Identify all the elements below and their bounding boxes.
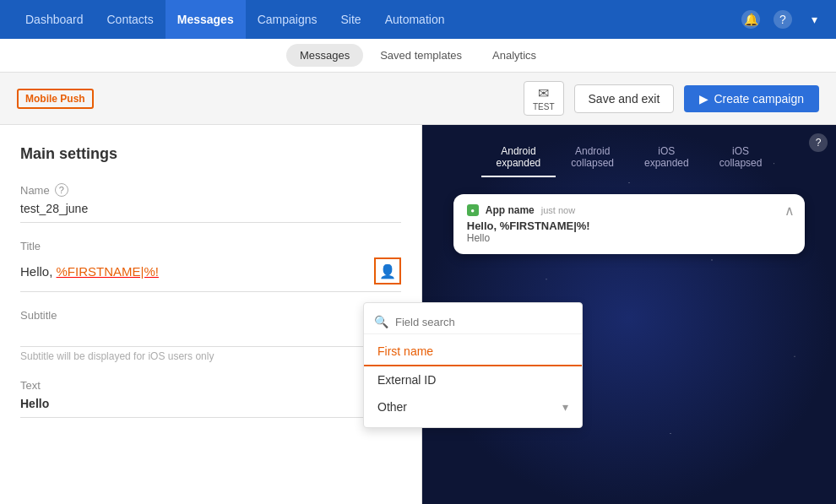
preview-help-icon[interactable]: ?: [809, 133, 828, 152]
help-icon[interactable]: ?: [774, 10, 792, 29]
notifications-icon[interactable]: 🔔: [741, 10, 760, 29]
preview-tab-android-expanded[interactable]: Androidexpanded: [481, 138, 556, 177]
preview-tab-ios-collapsed[interactable]: iOScollapsed: [704, 138, 778, 177]
preview-tabs: Androidexpanded Androidcollapsed iOSexpa…: [422, 125, 836, 177]
notification-title: Hello, %FIRSTNAME|%!: [467, 219, 792, 232]
toolbar: Mobile Push ✉ TEST Save and exit ▶ Creat…: [0, 73, 836, 125]
title-label: Title: [20, 240, 401, 252]
mobile-push-badge: Mobile Push: [17, 89, 94, 109]
left-panel: Main settings Name ? test_28_june Title …: [0, 125, 422, 504]
nav-automation[interactable]: Automation: [373, 0, 457, 39]
dropdown-search-input[interactable]: [395, 316, 572, 328]
tab-saved-templates[interactable]: Saved templates: [366, 44, 475, 67]
create-campaign-label: Create campaign: [714, 92, 804, 106]
nav-campaigns[interactable]: Campaigns: [246, 0, 329, 39]
sub-navigation: Messages Saved templates Analytics: [0, 39, 836, 73]
section-title: Main settings: [20, 145, 401, 163]
preview-tab-ios-expanded[interactable]: iOSexpanded: [629, 138, 704, 177]
name-label: Name ?: [20, 183, 401, 197]
nav-messages[interactable]: Messages: [166, 0, 246, 39]
name-value[interactable]: test_28_june: [20, 202, 401, 223]
ios-expanded-label: iOSexpanded: [644, 145, 689, 169]
tab-messages[interactable]: Messages: [286, 44, 363, 67]
title-hello: Hello,: [20, 264, 57, 279]
dropdown-search-icon: 🔍: [374, 315, 388, 328]
text-field-group: Text Hello: [20, 379, 401, 418]
subtitle-hint: Subtitle will be displayed for iOS users…: [20, 350, 401, 362]
test-button[interactable]: ✉ TEST: [524, 81, 564, 116]
nav-dashboard[interactable]: Dashboard: [14, 0, 95, 39]
notification-body: Hello: [467, 232, 792, 244]
dropdown-search-container: 🔍: [364, 310, 582, 334]
notification-expand-icon[interactable]: ∧: [784, 203, 795, 219]
subtitle-field-group: Subtitle Subtitle will be displayed for …: [20, 309, 401, 362]
subtitle-input[interactable]: [20, 327, 401, 347]
title-field-group: Title Hello, %FIRSTNAME|%! 👤: [20, 240, 401, 292]
title-field-value: Hello, %FIRSTNAME|%! 👤: [20, 257, 401, 292]
notification-header: ● App name just now: [467, 204, 792, 216]
app-icon-symbol: ●: [470, 207, 475, 214]
save-exit-button[interactable]: Save and exit: [574, 84, 675, 113]
nav-site[interactable]: Site: [329, 0, 373, 39]
test-envelope-icon: ✉: [538, 85, 549, 101]
tab-analytics[interactable]: Analytics: [479, 44, 550, 67]
chevron-down-icon: ▾: [562, 400, 568, 414]
dropdown-item-external-id[interactable]: External ID: [364, 366, 582, 393]
notification-preview: ● App name just now ∧ Hello, %FIRSTNAME|…: [453, 194, 806, 254]
title-text[interactable]: Hello, %FIRSTNAME|%!: [20, 264, 159, 279]
preview-tab-android-collapsed[interactable]: Androidcollapsed: [556, 138, 629, 177]
create-campaign-button[interactable]: ▶ Create campaign: [684, 85, 819, 112]
top-navigation: Dashboard Contacts Messages Campaigns Si…: [0, 0, 836, 39]
app-icon: ●: [467, 204, 479, 216]
play-icon: ▶: [699, 92, 708, 106]
subtitle-label: Subtitle: [20, 309, 401, 322]
field-dropdown: 🔍 First name External ID Other ▾: [363, 302, 583, 428]
person-icon: 👤: [379, 263, 396, 279]
dropdown-item-other[interactable]: Other ▾: [364, 393, 582, 420]
android-collapsed-label: Androidcollapsed: [571, 145, 614, 169]
text-value[interactable]: Hello: [20, 397, 401, 418]
user-dropdown[interactable]: ▾: [806, 11, 822, 28]
ios-collapsed-label: iOScollapsed: [719, 145, 763, 169]
dropdown-item-firstname[interactable]: First name: [364, 338, 582, 366]
test-label: TEST: [533, 102, 555, 111]
text-label: Text: [20, 379, 401, 392]
title-variable: %FIRSTNAME|%!: [57, 264, 159, 279]
android-expanded-label: Androidexpanded: [497, 145, 541, 169]
personalization-button[interactable]: 👤: [374, 257, 401, 285]
nav-contacts[interactable]: Contacts: [95, 0, 166, 39]
notification-time: just now: [541, 205, 575, 215]
name-help-icon[interactable]: ?: [55, 183, 68, 197]
app-name: App name: [486, 204, 535, 216]
dropdown-other-label: Other: [377, 400, 407, 414]
name-field-group: Name ? test_28_june: [20, 183, 401, 223]
